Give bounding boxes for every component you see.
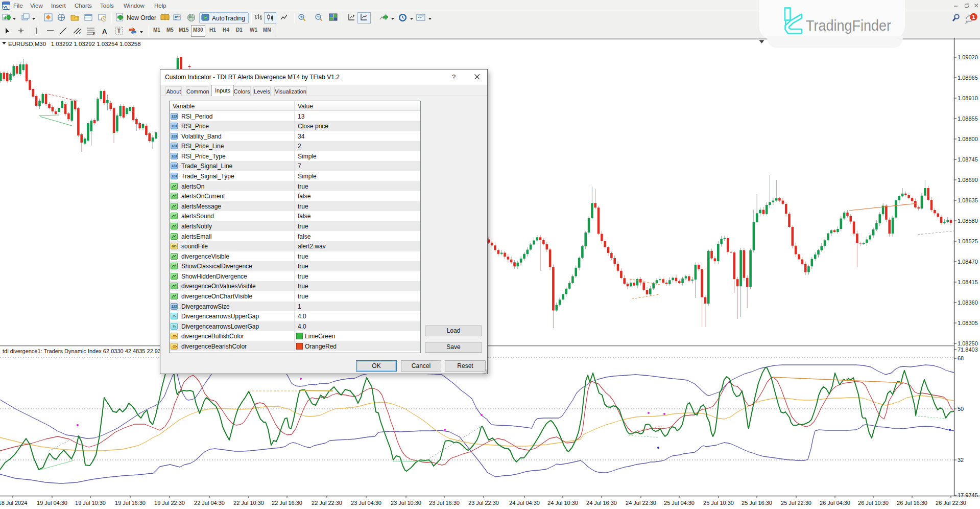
svg-text:25 Jul 04:30: 25 Jul 04:30	[664, 500, 695, 506]
svg-text:1.08745: 1.08745	[958, 156, 978, 163]
svg-text:e: e	[79, 31, 81, 35]
svg-text:23 Jul 22:30: 23 Jul 22:30	[468, 500, 499, 506]
svg-text:25 Jul 16:30: 25 Jul 16:30	[742, 500, 772, 506]
svg-text:1.08305: 1.08305	[958, 320, 978, 326]
svg-text:68: 68	[958, 355, 964, 361]
svg-text:17.9745: 17.9745	[958, 492, 978, 498]
svg-text:EURUSD,M30 1.03292 1.03292 1: EURUSD,M30 1.03292 1.03292 1.03254 1.032…	[8, 41, 141, 47]
svg-text:1.08525: 1.08525	[958, 238, 978, 244]
svg-text:19 Jul 22:30: 19 Jul 22:30	[154, 500, 185, 506]
svg-text:25 Jul 22:30: 25 Jul 22:30	[781, 500, 811, 506]
svg-text:22 Jul 04:30: 22 Jul 04:30	[194, 500, 225, 506]
svg-text:1.08800: 1.08800	[958, 136, 978, 142]
svg-text:24 Jul 22:30: 24 Jul 22:30	[626, 500, 656, 506]
svg-text:50: 50	[958, 406, 964, 412]
svg-text:25 Jul 10:30: 25 Jul 10:30	[703, 500, 734, 506]
svg-text:26 Jul 04:30: 26 Jul 04:30	[820, 500, 850, 506]
svg-text:1.08360: 1.08360	[958, 299, 978, 306]
svg-text:23 Jul 16:30: 23 Jul 16:30	[429, 500, 460, 506]
svg-text:19 Jul 16:30: 19 Jul 16:30	[115, 500, 146, 506]
svg-text:1.08635: 1.08635	[958, 197, 978, 203]
svg-text:18 Jul 2024: 18 Jul 2024	[0, 500, 27, 506]
svg-text:F: F	[93, 32, 95, 35]
svg-text:1.09020: 1.09020	[958, 54, 978, 60]
svg-text:23 Jul 04:30: 23 Jul 04:30	[351, 500, 381, 506]
svg-text:1.08855: 1.08855	[958, 115, 978, 122]
svg-text:26 Jul 22:30: 26 Jul 22:30	[936, 500, 966, 506]
svg-text:24 Jul 04:30: 24 Jul 04:30	[509, 500, 540, 506]
svg-text:1.08415: 1.08415	[958, 279, 978, 285]
svg-text:1.08250: 1.08250	[958, 340, 978, 346]
svg-text:19 Jul 10:30: 19 Jul 10:30	[75, 500, 106, 506]
svg-text:22 Jul 10:30: 22 Jul 10:30	[233, 500, 264, 506]
svg-text:22 Jul 16:30: 22 Jul 16:30	[272, 500, 302, 506]
svg-text:1.08965: 1.08965	[958, 75, 978, 81]
svg-text:32: 32	[958, 457, 964, 463]
svg-text:24 Jul 10:30: 24 Jul 10:30	[547, 500, 578, 506]
svg-text:T: T	[117, 28, 121, 34]
svg-text:26 Jul 16:30: 26 Jul 16:30	[897, 500, 927, 506]
svg-text:1.08690: 1.08690	[958, 177, 978, 183]
svg-text:1.08910: 1.08910	[958, 95, 978, 101]
svg-text:24 Jul 16:30: 24 Jul 16:30	[586, 500, 617, 506]
svg-text:22 Jul 22:30: 22 Jul 22:30	[312, 500, 342, 506]
svg-text:19 Jul 04:30: 19 Jul 04:30	[37, 500, 67, 506]
svg-text:1: 1	[972, 14, 975, 20]
svg-text:71.8403: 71.8403	[958, 346, 978, 353]
svg-text:26 Jul 10:30: 26 Jul 10:30	[858, 500, 889, 506]
svg-text:1.08580: 1.08580	[958, 218, 978, 224]
svg-text:23 Jul 10:30: 23 Jul 10:30	[391, 500, 421, 506]
svg-text:1.08470: 1.08470	[958, 259, 978, 265]
